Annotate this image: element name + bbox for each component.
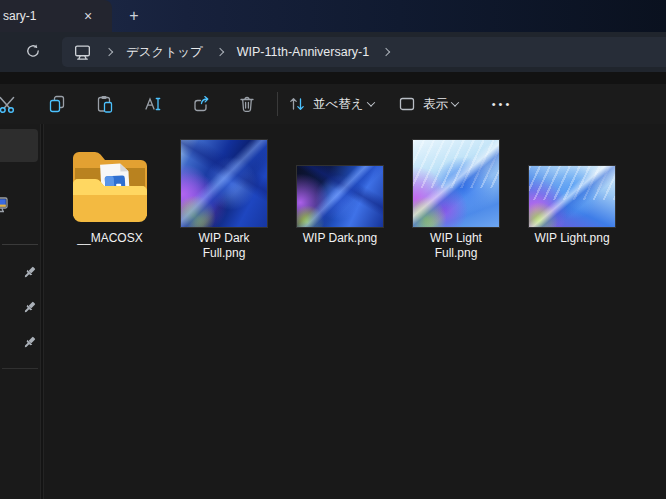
pin-icon — [22, 265, 37, 280]
trash-icon — [237, 94, 257, 114]
share-icon — [191, 94, 211, 114]
folder-icon — [65, 136, 155, 228]
copy-button[interactable] — [43, 90, 71, 118]
pane-splitter[interactable] — [40, 124, 44, 499]
rename-button[interactable] — [139, 90, 167, 118]
image-thumbnail-light-full — [412, 139, 500, 228]
address-bar: デスクトップ WIP-11th-Anniversary-1 — [0, 32, 666, 72]
breadcrumb-segment-desktop[interactable]: デスクトップ — [126, 44, 203, 61]
file-label[interactable]: __MACOSX — [77, 231, 142, 246]
sort-label: 並べ替え — [313, 96, 364, 113]
sidebar-selected-item[interactable] — [0, 129, 38, 162]
header-seam — [0, 72, 666, 84]
breadcrumb[interactable]: デスクトップ WIP-11th-Anniversary-1 — [62, 37, 666, 67]
file-item-wip-dark[interactable]: WIP Dark.png — [292, 136, 388, 246]
file-item-macosx-folder[interactable]: __MACOSX — [62, 136, 158, 246]
file-item-wip-light-full[interactable]: WIP LightFull.png — [408, 136, 504, 261]
clipped-sidebar-item-icon[interactable] — [0, 195, 9, 214]
sort-icon — [288, 95, 306, 113]
more-options-button[interactable]: ••• — [484, 90, 520, 118]
chevron-down-icon — [451, 98, 459, 106]
file-label[interactable]: WIP LightFull.png — [430, 231, 482, 261]
chevron-right-icon — [105, 48, 113, 56]
file-item-wip-dark-full[interactable]: WIP DarkFull.png — [176, 136, 272, 261]
scissors-icon — [0, 94, 18, 114]
tab-title: sary-1 — [3, 9, 36, 23]
pin-icon — [22, 300, 37, 315]
view-label: 表示 — [423, 96, 448, 113]
monitor-icon — [73, 43, 92, 62]
rename-icon — [143, 94, 163, 114]
file-label[interactable]: WIP Light.png — [534, 231, 609, 246]
chevron-right-icon — [382, 48, 390, 56]
sort-button[interactable]: 並べ替え — [284, 90, 378, 118]
navigation-pane — [0, 124, 40, 499]
file-item-wip-light[interactable]: WIP Light.png — [524, 136, 620, 246]
sidebar-divider — [2, 368, 38, 369]
file-explorer-window: sary-1 × + デスクトップ WIP-11th-Anniversary-1 — [0, 0, 666, 499]
copy-icon — [47, 94, 67, 114]
breadcrumb-segment-folder[interactable]: WIP-11th-Anniversary-1 — [237, 45, 369, 59]
refresh-button[interactable] — [20, 38, 46, 64]
tab-bar: sary-1 × + — [0, 0, 666, 32]
sidebar-divider — [2, 244, 38, 245]
file-label[interactable]: WIP Dark.png — [303, 231, 377, 246]
active-tab[interactable]: sary-1 × — [0, 0, 112, 32]
view-icon — [398, 95, 416, 113]
chevron-right-icon — [216, 48, 224, 56]
paste-button[interactable] — [91, 90, 119, 118]
toolbar-separator — [277, 92, 278, 116]
paste-icon — [95, 94, 115, 114]
ellipsis-icon: ••• — [492, 98, 513, 110]
view-button[interactable]: 表示 — [394, 90, 462, 118]
command-bar: 並べ替え 表示 ••• — [0, 84, 666, 124]
new-tab-button[interactable]: + — [121, 5, 147, 27]
file-label[interactable]: WIP DarkFull.png — [198, 231, 249, 261]
delete-button[interactable] — [233, 90, 261, 118]
image-thumbnail-light — [528, 165, 616, 228]
cut-button[interactable] — [0, 90, 22, 118]
image-thumbnail-dark — [296, 165, 384, 228]
tab-close-icon[interactable]: × — [76, 6, 100, 26]
share-button[interactable] — [187, 90, 215, 118]
pin-icon — [22, 335, 37, 350]
chevron-down-icon — [366, 98, 374, 106]
refresh-icon — [25, 43, 41, 59]
image-thumbnail-dark-full — [180, 139, 268, 228]
